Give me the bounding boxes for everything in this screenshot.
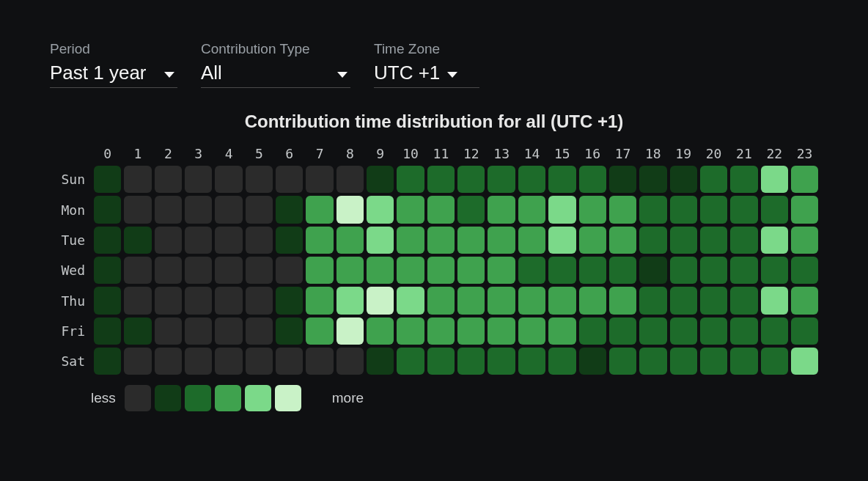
- heatmap-cell[interactable]: [336, 227, 364, 254]
- heatmap-cell[interactable]: [155, 287, 182, 314]
- heatmap-cell[interactable]: [457, 257, 485, 284]
- heatmap-cell[interactable]: [579, 348, 606, 375]
- heatmap-cell[interactable]: [306, 257, 333, 284]
- heatmap-cell[interactable]: [397, 348, 424, 375]
- heatmap-cell[interactable]: [761, 257, 788, 284]
- heatmap-cell[interactable]: [427, 196, 455, 223]
- heatmap-cell[interactable]: [276, 287, 303, 314]
- heatmap-cell[interactable]: [730, 257, 757, 284]
- heatmap-cell[interactable]: [124, 348, 151, 375]
- heatmap-cell[interactable]: [518, 317, 545, 345]
- heatmap-cell[interactable]: [427, 257, 455, 284]
- heatmap-cell[interactable]: [336, 166, 364, 193]
- timezone-select[interactable]: Time Zone UTC +1: [374, 41, 479, 88]
- heatmap-cell[interactable]: [700, 227, 727, 254]
- heatmap-cell[interactable]: [457, 196, 485, 223]
- contribution-type-select[interactable]: Contribution Type All: [201, 41, 350, 88]
- heatmap-cell[interactable]: [730, 287, 757, 314]
- heatmap-cell[interactable]: [761, 166, 788, 193]
- heatmap-cell[interactable]: [791, 166, 818, 193]
- heatmap-cell[interactable]: [246, 348, 273, 375]
- heatmap-cell[interactable]: [306, 227, 333, 254]
- heatmap-cell[interactable]: [185, 287, 212, 314]
- heatmap-cell[interactable]: [730, 227, 757, 254]
- heatmap-cell[interactable]: [94, 348, 121, 375]
- heatmap-cell[interactable]: [700, 317, 727, 345]
- heatmap-cell[interactable]: [488, 257, 515, 284]
- heatmap-cell[interactable]: [761, 227, 788, 254]
- heatmap-cell[interactable]: [639, 287, 666, 314]
- heatmap-cell[interactable]: [336, 287, 364, 314]
- heatmap-cell[interactable]: [306, 196, 333, 223]
- heatmap-cell[interactable]: [579, 257, 606, 284]
- heatmap-cell[interactable]: [791, 227, 818, 254]
- heatmap-cell[interactable]: [670, 348, 697, 375]
- heatmap-cell[interactable]: [548, 348, 575, 375]
- heatmap-cell[interactable]: [761, 287, 788, 314]
- heatmap-cell[interactable]: [306, 287, 333, 314]
- heatmap-cell[interactable]: [185, 348, 212, 375]
- heatmap-cell[interactable]: [457, 227, 485, 254]
- heatmap-cell[interactable]: [94, 166, 121, 193]
- heatmap-cell[interactable]: [94, 257, 121, 284]
- heatmap-cell[interactable]: [185, 257, 212, 284]
- heatmap-cell[interactable]: [336, 348, 364, 375]
- heatmap-cell[interactable]: [457, 317, 485, 345]
- heatmap-cell[interactable]: [609, 257, 636, 284]
- heatmap-cell[interactable]: [761, 317, 788, 345]
- heatmap-cell[interactable]: [579, 287, 606, 314]
- heatmap-cell[interactable]: [397, 257, 424, 284]
- heatmap-cell[interactable]: [488, 166, 515, 193]
- heatmap-cell[interactable]: [276, 227, 303, 254]
- heatmap-cell[interactable]: [94, 287, 121, 314]
- heatmap-cell[interactable]: [761, 348, 788, 375]
- heatmap-cell[interactable]: [155, 166, 182, 193]
- heatmap-cell[interactable]: [246, 196, 273, 223]
- heatmap-cell[interactable]: [215, 348, 242, 375]
- heatmap-cell[interactable]: [639, 348, 666, 375]
- heatmap-cell[interactable]: [700, 257, 727, 284]
- heatmap-cell[interactable]: [488, 196, 515, 223]
- heatmap-cell[interactable]: [246, 287, 273, 314]
- heatmap-cell[interactable]: [609, 227, 636, 254]
- heatmap-cell[interactable]: [155, 196, 182, 223]
- heatmap-cell[interactable]: [367, 348, 394, 375]
- heatmap-cell[interactable]: [246, 166, 273, 193]
- heatmap-cell[interactable]: [670, 257, 697, 284]
- heatmap-cell[interactable]: [427, 348, 455, 375]
- heatmap-cell[interactable]: [700, 196, 727, 223]
- heatmap-cell[interactable]: [639, 196, 666, 223]
- heatmap-cell[interactable]: [639, 166, 666, 193]
- heatmap-cell[interactable]: [488, 287, 515, 314]
- heatmap-cell[interactable]: [518, 227, 545, 254]
- heatmap-cell[interactable]: [367, 317, 394, 345]
- heatmap-cell[interactable]: [670, 317, 697, 345]
- heatmap-cell[interactable]: [791, 348, 818, 375]
- heatmap-cell[interactable]: [609, 348, 636, 375]
- heatmap-cell[interactable]: [670, 227, 697, 254]
- heatmap-cell[interactable]: [246, 227, 273, 254]
- heatmap-cell[interactable]: [185, 317, 212, 345]
- heatmap-cell[interactable]: [215, 227, 242, 254]
- heatmap-cell[interactable]: [367, 166, 394, 193]
- heatmap-cell[interactable]: [155, 348, 182, 375]
- heatmap-cell[interactable]: [367, 287, 394, 314]
- heatmap-cell[interactable]: [488, 317, 515, 345]
- heatmap-cell[interactable]: [518, 196, 545, 223]
- heatmap-cell[interactable]: [579, 317, 606, 345]
- heatmap-cell[interactable]: [276, 317, 303, 345]
- heatmap-cell[interactable]: [579, 196, 606, 223]
- heatmap-cell[interactable]: [276, 257, 303, 284]
- heatmap-cell[interactable]: [639, 257, 666, 284]
- heatmap-cell[interactable]: [397, 196, 424, 223]
- heatmap-cell[interactable]: [427, 227, 455, 254]
- heatmap-cell[interactable]: [155, 317, 182, 345]
- heatmap-cell[interactable]: [700, 348, 727, 375]
- heatmap-cell[interactable]: [397, 166, 424, 193]
- period-select[interactable]: Period Past 1 year: [50, 41, 177, 88]
- heatmap-cell[interactable]: [609, 287, 636, 314]
- heatmap-cell[interactable]: [700, 287, 727, 314]
- heatmap-cell[interactable]: [215, 166, 242, 193]
- heatmap-cell[interactable]: [700, 166, 727, 193]
- heatmap-cell[interactable]: [336, 257, 364, 284]
